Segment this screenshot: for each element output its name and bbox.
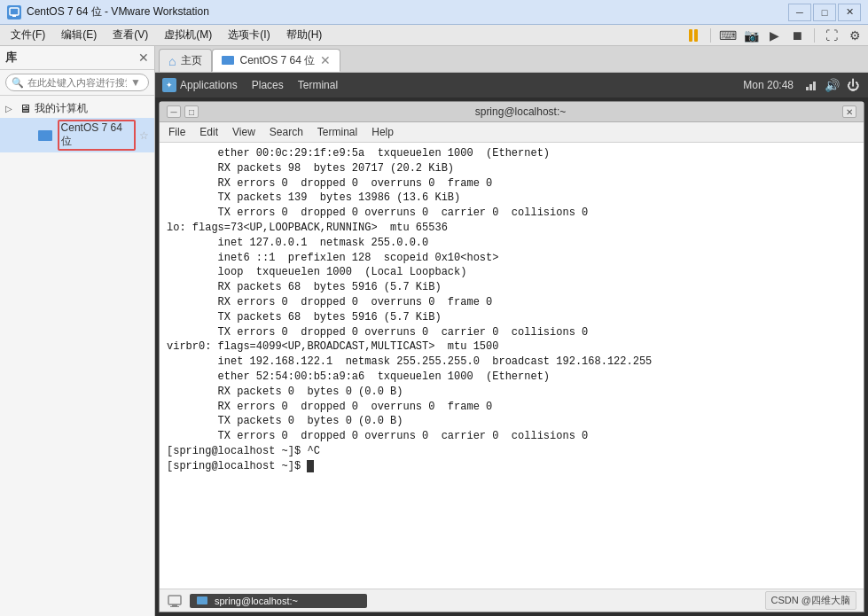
- term-menu-view[interactable]: View: [227, 124, 261, 140]
- menu-tabs[interactable]: 选项卡(I): [221, 26, 277, 44]
- centos-menu: ✦ Applications Places Terminal: [162, 78, 338, 92]
- terminal-line: virbr0: flags=4099<UP,BROADCAST,MULTICAS…: [167, 339, 856, 355]
- fullscreen-icon[interactable]: ⛶: [822, 26, 841, 45]
- menu-edit[interactable]: 编辑(E): [54, 26, 104, 44]
- tree-item-centos-vm[interactable]: CentOS 7 64 位 ☆: [0, 118, 154, 152]
- tree-arrow-icon: ▷: [5, 104, 16, 113]
- sidebar-search-area: 🔍 ▼: [0, 70, 154, 96]
- term-menu-search[interactable]: Search: [264, 124, 309, 140]
- centos-vm-label: CentOS 7 64 位: [58, 120, 136, 151]
- centos-applications-menu[interactable]: ✦ Applications: [162, 78, 238, 92]
- keyboard-icon[interactable]: ⌨: [718, 26, 738, 45]
- guest-os[interactable]: ✦ Applications Places Terminal Mon 20:48: [155, 73, 868, 616]
- computer-icon: 🖥: [20, 102, 31, 115]
- applications-label: Applications: [180, 79, 238, 91]
- terminal-line: inet6 ::1 prefixlen 128 scopeid 0x10<hos…: [167, 251, 856, 266]
- svg-rect-0: [10, 8, 19, 15]
- main-layout: 库 ✕ 🔍 ▼ ▷ 🖥 我的计算机 CentOS 7 64 位 ☆: [0, 46, 868, 616]
- svg-rect-2: [806, 87, 809, 90]
- systray: 🔊 ⏻: [802, 77, 861, 93]
- terminal-status-text: spring@localhost:~: [215, 596, 298, 606]
- svg-rect-6: [172, 604, 177, 606]
- terminal-title: spring@localhost:~: [199, 105, 842, 118]
- tab-home[interactable]: ⌂ 主页: [159, 49, 212, 72]
- vm-icon: [38, 130, 51, 141]
- term-menu-help[interactable]: Help: [366, 124, 399, 140]
- status-right-area: CSDN @四维大脑: [765, 591, 856, 610]
- search-input[interactable]: [27, 77, 127, 88]
- favorite-icon[interactable]: ☆: [139, 129, 149, 142]
- terminal-line: ether 52:54:00:b5:a9:a6 txqueuelen 1000 …: [167, 370, 856, 385]
- power-icon[interactable]: ⏻: [845, 77, 861, 93]
- sidebar-close-button[interactable]: ✕: [138, 51, 149, 65]
- network-icon[interactable]: [802, 77, 818, 93]
- tab-vm-icon: [222, 56, 234, 65]
- maximize-button[interactable]: □: [813, 4, 836, 21]
- power-off-icon[interactable]: ⏹: [787, 26, 807, 45]
- centos-places-menu[interactable]: Places: [252, 79, 284, 91]
- tab-close-icon[interactable]: ✕: [320, 53, 331, 67]
- centos-terminal-menu[interactable]: Terminal: [298, 79, 338, 91]
- terminal-menu-bar: File Edit View Search Terminal Help: [160, 122, 864, 143]
- term-menu-terminal[interactable]: Terminal: [312, 124, 363, 140]
- terminal-window-buttons: ─ □: [167, 105, 199, 118]
- term-menu-edit[interactable]: Edit: [194, 124, 223, 140]
- term-menu-file[interactable]: File: [163, 124, 191, 140]
- terminal-line: RX packets 68 bytes 5916 (5.7 KiB): [167, 280, 856, 295]
- tab-centos-vm[interactable]: CentOS 7 64 位 ✕: [212, 49, 340, 72]
- settings-icon[interactable]: ⚙: [845, 26, 864, 45]
- svg-rect-4: [813, 82, 816, 90]
- terminal-line: loop txqueuelen 1000 (Local Loopback): [167, 265, 856, 280]
- menu-file[interactable]: 文件(F): [4, 26, 52, 44]
- menu-bar: 文件(F) 编辑(E) 查看(V) 虚拟机(M) 选项卡(I) 帮助(H) ⌨ …: [0, 25, 868, 46]
- tab-vm-label: CentOS 7 64 位: [239, 53, 315, 68]
- terminal-line: RX errors 0 dropped 0 overruns 0 frame 0: [167, 400, 856, 415]
- tab-bar: ⌂ 主页 CentOS 7 64 位 ✕: [155, 46, 868, 73]
- terminal-line: TX packets 68 bytes 5916 (5.7 KiB): [167, 310, 856, 325]
- title-bar: CentOS 7 64 位 - VMware Workstation ─ □ ✕: [0, 0, 868, 25]
- menu-view[interactable]: 查看(V): [106, 26, 155, 44]
- app-icon: [7, 5, 21, 19]
- terminal-line: TX packets 139 bytes 13986 (13.6 KiB): [167, 191, 856, 206]
- svg-rect-5: [168, 596, 181, 604]
- close-button[interactable]: ✕: [838, 4, 861, 21]
- menu-vm[interactable]: 虚拟机(M): [157, 26, 219, 44]
- terminal-line: inet 127.0.0.1 netmask 255.0.0.0: [167, 236, 856, 251]
- window-controls: ─ □ ✕: [788, 4, 861, 21]
- menu-help[interactable]: 帮助(H): [279, 26, 330, 44]
- power-on-icon[interactable]: ▶: [764, 26, 784, 45]
- tab-home-label: 主页: [181, 53, 202, 68]
- terminal-close-button[interactable]: ✕: [842, 105, 856, 118]
- terminal-content[interactable]: ether 00:0c:29:1f:e9:5a txqueuelen 1000 …: [160, 143, 864, 589]
- my-computer-label: 我的计算机: [35, 101, 88, 116]
- terminal-status-label: spring@localhost:~: [190, 594, 367, 608]
- volume-icon[interactable]: 🔊: [824, 77, 840, 93]
- terminal-maximize-button[interactable]: □: [184, 105, 199, 118]
- terminal-line: RX errors 0 dropped 0 overruns 0 frame 0: [167, 176, 856, 191]
- centos-clock: Mon 20:48: [743, 79, 794, 91]
- terminal-line: ether 00:0c:29:1f:e9:5a txqueuelen 1000 …: [167, 146, 856, 161]
- terminal-menu-label: Terminal: [298, 79, 338, 91]
- terminal-close-btn-area: ✕: [842, 105, 856, 118]
- csdn-badge: CSDN @四维大脑: [765, 591, 856, 610]
- terminal-statusbar: spring@localhost:~ CSDN @四维大脑: [160, 589, 864, 612]
- screenshot-icon[interactable]: 📷: [741, 26, 761, 45]
- toolbar-icons: ⌨ 📷 ▶ ⏹ ⛶ ⚙: [684, 26, 864, 45]
- terminal-line: [spring@localhost ~]$ ^C: [167, 444, 856, 459]
- window-title: CentOS 7 64 位 - VMware Workstation: [27, 4, 209, 19]
- terminal-line: RX errors 0 dropped 0 overruns 0 frame 0: [167, 295, 856, 310]
- terminal-line: TX errors 0 dropped 0 overruns 0 carrier…: [167, 325, 856, 340]
- svg-rect-7: [170, 606, 179, 607]
- centos-app-icon: ✦: [162, 78, 176, 92]
- pause-button[interactable]: [684, 26, 703, 45]
- terminal-line: RX packets 0 bytes 0 (0.0 B): [167, 385, 856, 400]
- search-dropdown-icon[interactable]: ▼: [130, 76, 143, 89]
- content-area: ⌂ 主页 CentOS 7 64 位 ✕ ✦ Applications P: [155, 46, 868, 616]
- terminal-status-icon[interactable]: [167, 593, 183, 609]
- minimize-button[interactable]: ─: [788, 4, 811, 21]
- search-icon: 🔍: [12, 77, 24, 89]
- sidebar: 库 ✕ 🔍 ▼ ▷ 🖥 我的计算机 CentOS 7 64 位 ☆: [0, 46, 155, 616]
- tree-item-my-computer[interactable]: ▷ 🖥 我的计算机: [0, 99, 154, 118]
- terminal-minimize-button[interactable]: ─: [167, 105, 181, 118]
- terminal-line: inet 192.168.122.1 netmask 255.255.255.0…: [167, 355, 856, 370]
